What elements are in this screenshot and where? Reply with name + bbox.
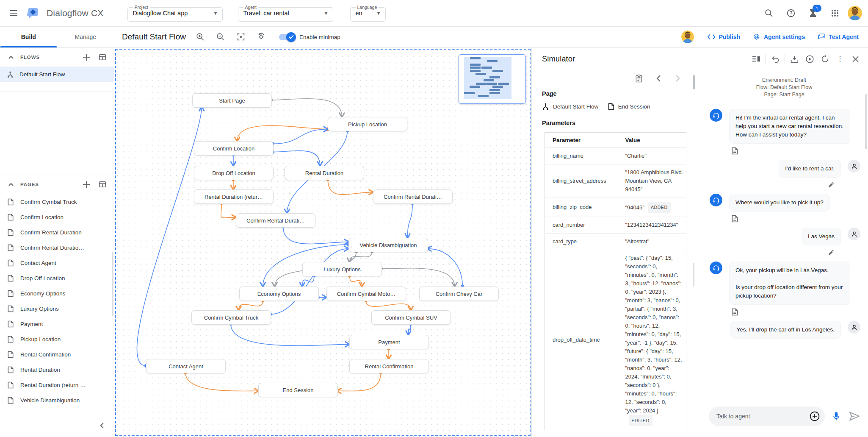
- flow-node-dropOff[interactable]: Drop Off Location: [194, 166, 274, 180]
- parameters-table: Parameter Value billing_name "Charlie" b…: [545, 132, 686, 430]
- step-forward-icon[interactable]: [670, 71, 686, 86]
- user-avatar[interactable]: [848, 6, 862, 20]
- pending-changes-icon[interactable]: 1: [804, 4, 822, 22]
- close-simulator-icon[interactable]: [848, 51, 863, 67]
- test-agent-button[interactable]: Test Agent: [813, 30, 864, 44]
- enable-minimap-toggle[interactable]: Enable minimap: [279, 34, 340, 40]
- flow-node-confirmRD1[interactable]: Confirm Rental Durati…: [373, 189, 453, 204]
- flow-node-confirmSUV[interactable]: Confirm Cymbal SUV: [371, 310, 451, 325]
- original-response-icon[interactable]: [730, 146, 739, 156]
- language-dropdown[interactable]: Language en▼: [350, 5, 386, 22]
- center-focus-icon[interactable]: [232, 28, 249, 45]
- agent-dropdown[interactable]: Agent Travel: car rental▼: [238, 5, 333, 22]
- side-panel-icon[interactable]: [749, 51, 764, 67]
- search-icon[interactable]: [760, 4, 778, 22]
- collaborator-avatar[interactable]: [681, 31, 694, 43]
- sidebar-page-item[interactable]: Contact Agent: [0, 255, 114, 270]
- sidebar-page-item[interactable]: Pickup Location: [0, 331, 114, 347]
- flow-node-payment[interactable]: Payment: [349, 335, 429, 349]
- sidebar-page-item[interactable]: Luxury Options: [0, 301, 114, 316]
- add-attachment-icon[interactable]: [809, 410, 821, 422]
- sidebar-page-item[interactable]: Economy Options: [0, 286, 114, 301]
- collapse-sidebar-icon[interactable]: [94, 418, 109, 433]
- flow-node-confirmMoto[interactable]: Confirm Cymbal Moto…: [326, 287, 406, 301]
- notification-badge: 1: [813, 5, 821, 12]
- help-icon[interactable]: [782, 4, 800, 22]
- minimap[interactable]: [459, 54, 526, 104]
- flows-collapse-chevron-icon[interactable]: [5, 51, 17, 63]
- page-icon: [8, 366, 14, 373]
- flow-edge: [231, 324, 349, 346]
- app-title: Dialogflow CX: [47, 8, 104, 18]
- flow-node-confirmChevy[interactable]: Confirm Chevy Car: [419, 287, 499, 301]
- restart-icon[interactable]: [817, 51, 832, 67]
- sidebar-item-default-start-flow[interactable]: Default Start Flow: [0, 67, 114, 82]
- save-version-icon[interactable]: [787, 51, 802, 67]
- flow-node-end[interactable]: End Session: [258, 383, 338, 397]
- tab-manage[interactable]: Manage: [57, 26, 114, 47]
- sidebar-page-item[interactable]: Vehicle Disambiguation: [0, 392, 114, 408]
- current-page-name[interactable]: End Session: [618, 103, 650, 110]
- sidebar-page-item[interactable]: Drop Off Location: [0, 270, 114, 286]
- parameter-name: billing_name: [545, 148, 618, 164]
- sidebar-scrollbar[interactable]: [112, 252, 113, 316]
- pages-collapse-chevron-icon[interactable]: [5, 178, 17, 190]
- chat-scrollbar[interactable]: [865, 94, 867, 149]
- tab-build[interactable]: Build: [0, 26, 57, 47]
- flow-node-start[interactable]: Start Page: [192, 93, 272, 108]
- edit-message-icon[interactable]: [827, 248, 836, 257]
- sidebar-page-item[interactable]: Payment: [0, 316, 114, 331]
- microphone-icon[interactable]: [830, 410, 843, 423]
- flow-node-luxury[interactable]: Luxury Options: [302, 262, 382, 276]
- zoom-in-icon[interactable]: [192, 28, 209, 45]
- minimap-node: [484, 79, 494, 81]
- undo-icon[interactable]: [768, 51, 783, 67]
- flow-title: Default Start Flow: [122, 32, 186, 42]
- pages-list-view-icon[interactable]: [95, 177, 110, 192]
- sidebar-page-item[interactable]: Confirm Location: [0, 209, 114, 225]
- parameters-scrollbar[interactable]: [693, 263, 694, 287]
- publish-button[interactable]: Publish: [702, 30, 745, 44]
- current-flow-name[interactable]: Default Start Flow: [553, 103, 598, 110]
- flow-node-vehicle[interactable]: Vehicle Disambiguation: [348, 238, 428, 252]
- dialogflow-logo-icon[interactable]: [25, 5, 41, 22]
- panel-resize-handle[interactable]: [693, 75, 695, 89]
- sidebar-page-item[interactable]: Rental Duration: [0, 362, 114, 377]
- toggle-track[interactable]: [279, 34, 295, 40]
- sidebar-page-item[interactable]: Rental Confirmation: [0, 347, 114, 362]
- flow-node-pickup[interactable]: Pickup Location: [328, 117, 407, 131]
- flow-node-rentalDur[interactable]: Rental Duration: [285, 166, 364, 180]
- original-response-icon[interactable]: [730, 214, 739, 223]
- agent-settings-button[interactable]: Agent settings: [748, 30, 810, 44]
- sidebar-page-item[interactable]: Rental Duration (return …: [0, 377, 114, 392]
- project-dropdown[interactable]: Project Dialogflow Chat app▼: [127, 5, 223, 22]
- flow-node-confirmRD2[interactable]: Confirm Rental Durati…: [236, 213, 315, 228]
- flow-node-economy[interactable]: Economy Options: [239, 287, 319, 301]
- step-back-icon[interactable]: [651, 71, 666, 86]
- flow-edge: [408, 203, 413, 238]
- sidebar-page-item[interactable]: Confirm Cymbal Truck: [0, 194, 114, 209]
- sidebar-page-item[interactable]: Confirm Rental Duratio…: [0, 240, 114, 255]
- flow-node-contact[interactable]: Contact Agent: [146, 359, 226, 373]
- flow-node-confirmLoc[interactable]: Confirm Location: [194, 141, 274, 156]
- flow-node-rentalConf[interactable]: Rental Confirmation: [349, 359, 429, 373]
- sidebar-page-item[interactable]: Confirm Rental Duration: [0, 225, 114, 240]
- original-response-icon[interactable]: [730, 307, 739, 317]
- edit-message-icon[interactable]: [827, 180, 836, 189]
- reset-view-icon[interactable]: [253, 28, 270, 45]
- more-options-icon[interactable]: ⋮: [832, 51, 848, 67]
- chat-input[interactable]: Talk to agent: [709, 406, 825, 426]
- flow-node-rentalDurRet[interactable]: Rental Duration (retur…: [194, 189, 274, 204]
- flow-canvas[interactable]: Start PagePickup LocationConfirm Locatio…: [114, 48, 531, 437]
- zoom-out-icon[interactable]: [212, 28, 229, 45]
- play-icon[interactable]: [802, 51, 817, 67]
- send-icon[interactable]: [848, 409, 861, 423]
- page-icon: [8, 214, 14, 221]
- flows-list-view-icon[interactable]: [95, 50, 110, 64]
- flow-node-confirmTruck[interactable]: Confirm Cymbal Truck: [191, 310, 271, 325]
- apps-grid-icon[interactable]: [826, 4, 844, 22]
- add-flow-icon[interactable]: [79, 50, 94, 64]
- copy-transcript-icon[interactable]: [631, 71, 647, 86]
- hamburger-menu-icon[interactable]: [3, 3, 24, 23]
- add-page-icon[interactable]: [79, 177, 94, 192]
